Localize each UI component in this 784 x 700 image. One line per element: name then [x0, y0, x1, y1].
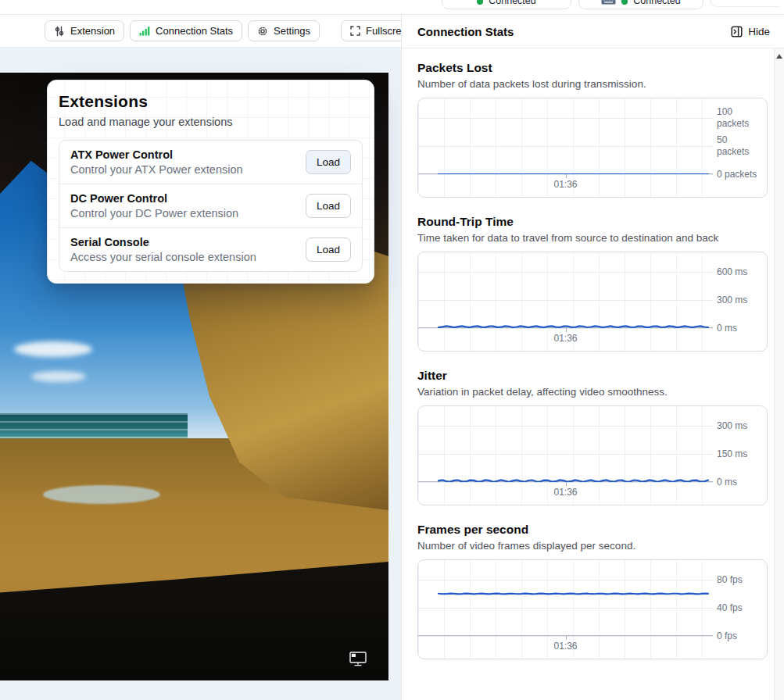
packets-lost-section: Packets Lost Number of data packets lost… — [417, 61, 768, 198]
load-serial-button[interactable]: Load — [306, 238, 351, 262]
virtual-display-icon[interactable] — [349, 652, 367, 666]
stat-title: Round-Trip Time — [417, 215, 768, 229]
stat-subtitle: Variation in packet delay, affecting vid… — [417, 386, 768, 398]
extension-name: DC Power Control — [70, 192, 238, 205]
stat-subtitle: Number of data packets lost during trans… — [417, 78, 768, 90]
stat-title: Jitter — [417, 369, 768, 383]
fullscreen-icon — [350, 26, 360, 36]
extension-button[interactable]: Extension — [45, 20, 124, 41]
video-area: Extensions Load and manage your extensio… — [0, 48, 401, 700]
extension-row-serial: Serial Console Access your serial consol… — [59, 227, 362, 271]
remote-view-column: Extension Connection Stats — [0, 15, 401, 700]
extensions-list: ATX Power Control Control your ATX Power… — [59, 140, 363, 272]
extension-name: ATX Power Control — [70, 148, 243, 161]
jitter-chart: 01:36 300 ms 150 ms 0 ms — [417, 405, 768, 505]
x-axis-tick — [566, 174, 567, 178]
stats-panel-header: Connection Stats Hide — [402, 15, 784, 48]
x-axis-label: 01:36 — [553, 487, 577, 498]
button-label: Connection Stats — [156, 25, 233, 37]
status-dot-icon — [621, 0, 628, 5]
panel-collapse-icon — [731, 26, 743, 38]
stat-title: Frames per second — [417, 523, 768, 537]
round-trip-time-chart: 01:36 600 ms 300 ms 0 ms — [417, 252, 768, 352]
extension-name: Serial Console — [70, 236, 256, 248]
keyboard-icon — [601, 0, 616, 5]
load-atx-button[interactable]: Load — [306, 150, 351, 174]
jitter-section: Jitter Variation in packet delay, affect… — [417, 369, 768, 505]
settings-button[interactable]: Settings — [248, 20, 320, 41]
x-axis-tick — [566, 636, 567, 640]
status-label: Connected — [633, 0, 680, 6]
stat-title: Packets Lost — [417, 61, 768, 75]
extensions-popover: Extensions Load and manage your extensio… — [47, 80, 374, 284]
video-cloud — [14, 341, 92, 357]
x-axis-tick — [566, 482, 567, 486]
hide-panel-button[interactable]: Hide — [731, 26, 770, 38]
y-axis-labels: 80 fps 40 fps 0 fps — [717, 560, 760, 659]
connection-stats-button[interactable]: Connection Stats — [130, 20, 242, 41]
button-label: Extension — [70, 25, 115, 37]
x-axis-tick — [566, 328, 567, 332]
fps-section: Frames per second Number of video frames… — [417, 523, 768, 659]
fps-chart: 01:36 80 fps 40 fps 0 fps — [417, 559, 768, 659]
hid-status-badge[interactable]: Connected — [578, 0, 703, 9]
y-axis-labels: 100 packets 50 packets 0 packets — [717, 98, 760, 197]
popover-subtitle: Load and manage your extensions — [59, 116, 363, 128]
x-axis-label: 01:36 — [553, 641, 577, 652]
video-tide-pool — [43, 485, 160, 504]
y-axis-labels: 300 ms 150 ms 0 ms — [717, 406, 760, 505]
video-cloud — [31, 371, 86, 382]
button-label: Settings — [274, 25, 310, 37]
y-axis-labels: 600 ms 300 ms 0 ms — [717, 252, 760, 351]
video-status-badge[interactable]: Connected — [442, 0, 571, 9]
signal-bars-icon — [139, 26, 150, 36]
extension-row-atx: ATX Power Control Control your ATX Power… — [59, 141, 362, 184]
app-root: Connected Connected — [0, 0, 784, 700]
x-axis-label: 01:36 — [553, 333, 577, 344]
extension-description: Control your DC Power extension — [70, 207, 238, 220]
popover-title: Extensions — [59, 92, 363, 111]
stat-subtitle: Number of video frames displayed per sec… — [417, 540, 768, 552]
connection-stats-panel: Connection Stats Hide Packets Lost Numbe… — [401, 15, 784, 700]
stats-panel-body: Packets Lost Number of data packets lost… — [402, 48, 784, 659]
gear-icon — [257, 26, 268, 37]
round-trip-time-section: Round-Trip Time Time taken for data to t… — [417, 215, 768, 352]
extension-description: Access your serial console extension — [70, 251, 256, 263]
scroll-up-arrow-icon[interactable] — [776, 54, 782, 59]
sliders-icon — [54, 26, 65, 37]
panel-scrollbar[interactable] — [774, 48, 784, 700]
hide-label: Hide — [748, 26, 770, 38]
packets-lost-chart: 01:36 100 packets 50 packets 0 packets — [417, 98, 768, 198]
top-bar: Connected Connected — [0, 0, 784, 15]
status-dot-icon — [477, 0, 483, 5]
extension-row-dc: DC Power Control Control your DC Power e… — [59, 184, 362, 227]
cutoff-badge-fragment — [710, 0, 780, 7]
stat-subtitle: Time taken for data to travel from sourc… — [417, 232, 768, 244]
extension-description: Control your ATX Power extension — [70, 163, 243, 176]
toolbar: Extension Connection Stats — [0, 15, 401, 48]
stats-panel-title: Connection Stats — [417, 25, 514, 38]
status-label: Connected — [489, 0, 535, 6]
video-ocean — [0, 413, 188, 441]
x-axis-label: 01:36 — [553, 179, 577, 190]
load-dc-button[interactable]: Load — [306, 194, 351, 218]
